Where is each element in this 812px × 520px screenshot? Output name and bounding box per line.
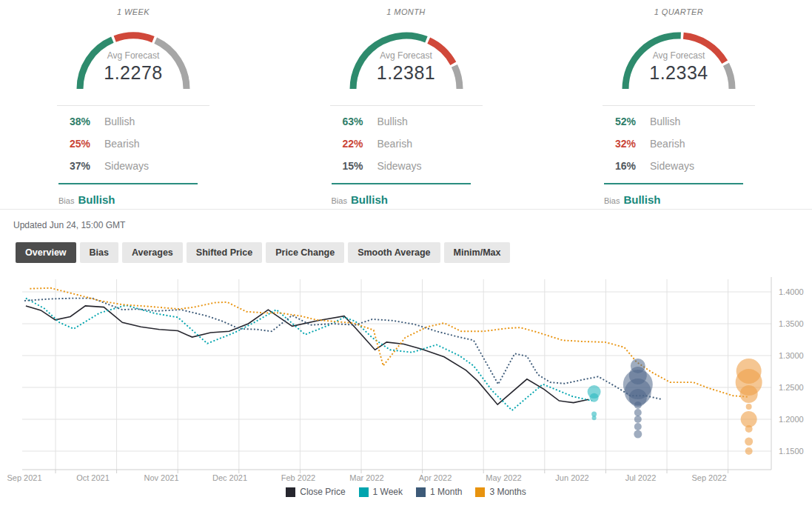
sideways-pct: 37% [70, 160, 99, 172]
svg-text:Jul 2022: Jul 2022 [625, 473, 657, 482]
panel-1-week: 1 WEEK Avg Forecast 1.2278 38%Bullish 25… [44, 0, 222, 209]
gauge-1-quarter [603, 22, 755, 93]
chart-legend: Close Price1 Week1 Month3 Months [0, 487, 812, 497]
bullish-row: 38%Bullish [70, 110, 209, 133]
svg-text:Apr 2022: Apr 2022 [419, 473, 452, 482]
tab-smooth-average[interactable]: Smooth Average [348, 242, 440, 263]
bias-rule [604, 183, 743, 184]
sideways-pct: 15% [343, 160, 372, 172]
bias-value: Bullish [623, 193, 660, 206]
bearish-pct: 22% [343, 138, 372, 150]
tab-price-change[interactable]: Price Change [266, 242, 344, 263]
svg-text:Jun 2022: Jun 2022 [555, 473, 588, 482]
svg-text:1.2000: 1.2000 [779, 415, 804, 424]
bias-rule [58, 183, 198, 184]
bearish-pct: 32% [615, 138, 645, 150]
tab-bias[interactable]: Bias [80, 242, 118, 263]
bullish-pct: 52% [615, 116, 645, 127]
bullish-row: 52%Bullish [615, 110, 755, 133]
chart-canvas: 1.40001.35001.30001.25001.20001.1500Sep … [0, 273, 812, 512]
legend-swatch [475, 487, 485, 497]
tab-averages[interactable]: Averages [122, 242, 183, 263]
svg-text:Feb 2022: Feb 2022 [281, 473, 315, 482]
chart-tabs: OverviewBiasAveragesShifted PricePrice C… [0, 230, 812, 263]
svg-text:Sep 2022: Sep 2022 [691, 473, 726, 482]
bearish-row: 22%Bearish [343, 133, 483, 155]
bias-row: BiasBullish [330, 193, 483, 207]
bearish-row: 25%Bearish [70, 133, 209, 155]
forecast-chart: 1.40001.35001.30001.25001.20001.1500Sep … [0, 273, 812, 512]
legend-item-1-week[interactable]: 1 Week [359, 487, 403, 497]
bias-value: Bullish [78, 193, 115, 206]
svg-text:Mar 2022: Mar 2022 [349, 473, 383, 482]
tab-minim-max[interactable]: Minim/Max [444, 242, 511, 263]
sideways-row: 37%Sideways [70, 155, 209, 177]
bullish-row: 63%Bullish [343, 110, 483, 133]
svg-text:1.2500: 1.2500 [779, 383, 804, 392]
bearish-row: 32%Bearish [615, 133, 755, 155]
bullish-pct: 63% [343, 116, 372, 127]
svg-text:1.3500: 1.3500 [779, 319, 804, 328]
gauge-1-week [57, 22, 209, 93]
panel-title: 1 QUARTER [603, 7, 755, 19]
legend-swatch [286, 487, 295, 497]
gauge-1-month [330, 22, 483, 93]
divider [330, 105, 483, 106]
svg-text:May 2022: May 2022 [486, 473, 521, 482]
tab-shifted-price[interactable]: Shifted Price [187, 242, 262, 263]
legend-item-close-price[interactable]: Close Price [286, 487, 345, 497]
sideways-row: 16%Sideways [615, 155, 755, 177]
forecast-panels: 1 WEEK Avg Forecast 1.2278 38%Bullish 25… [0, 0, 812, 210]
svg-text:1.4000: 1.4000 [779, 287, 804, 296]
svg-text:Nov 2021: Nov 2021 [144, 473, 178, 482]
legend-swatch [416, 487, 426, 497]
legend-item-1-month[interactable]: 1 Month [416, 487, 462, 497]
legend-item-3-months[interactable]: 3 Months [475, 487, 526, 497]
legend-swatch [359, 487, 369, 497]
tab-overview[interactable]: Overview [16, 242, 76, 263]
svg-text:Dec 2021: Dec 2021 [212, 473, 247, 482]
svg-text:Oct 2021: Oct 2021 [76, 473, 110, 482]
svg-text:1.3000: 1.3000 [779, 351, 804, 360]
bearish-pct: 25% [70, 138, 99, 150]
sideways-row: 15%Sideways [343, 155, 483, 177]
panel-title: 1 MONTH [330, 7, 483, 19]
panel-title: 1 WEEK [57, 7, 209, 19]
bias-rule [332, 183, 471, 184]
sideways-pct: 16% [615, 160, 645, 172]
bias-row: BiasBullish [57, 193, 209, 207]
bias-value: Bullish [351, 193, 388, 206]
svg-text:Sep 2021: Sep 2021 [7, 473, 41, 482]
divider [57, 105, 209, 106]
bias-row: BiasBullish [603, 193, 755, 207]
panel-1-quarter: 1 QUARTER Avg Forecast 1.2334 52%Bullish… [590, 0, 768, 209]
bullish-pct: 38% [70, 116, 99, 127]
divider [603, 105, 755, 106]
panel-1-month: 1 MONTH Avg Forecast 1.2381 63%Bullish 2… [318, 0, 495, 209]
updated-timestamp: Updated Jun 24, 15:00 GMT [0, 210, 812, 230]
svg-text:1.1500: 1.1500 [779, 447, 804, 456]
